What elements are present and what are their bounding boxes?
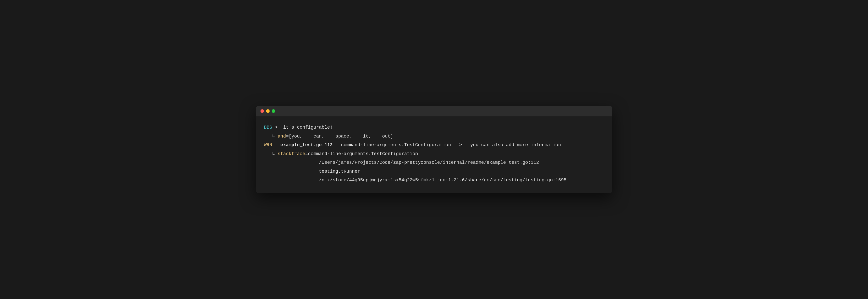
dbg-prefix: DBG bbox=[264, 123, 272, 131]
stacktrace-path2-value: /nix/store/44g95npjwgjyrxm1sx54g22w5sfmk… bbox=[319, 176, 566, 184]
stacktrace-key: stacktrace bbox=[278, 150, 305, 158]
dot-red[interactable] bbox=[260, 109, 264, 113]
and-indent: ↳ bbox=[264, 132, 278, 140]
dot-green[interactable] bbox=[272, 109, 275, 113]
and-key: and bbox=[278, 132, 286, 140]
stacktrace-label-line: ↳ stacktrace =command-line-arguments.Tes… bbox=[264, 150, 604, 158]
dbg-separator: > bbox=[272, 123, 283, 131]
and-bracket-close: ] bbox=[390, 132, 393, 140]
stacktrace-value: =command-line-arguments.TestConfiguratio… bbox=[305, 150, 418, 158]
wrn-prefix: WRN bbox=[264, 141, 272, 149]
stacktrace-runner-value: testing.tRunner bbox=[319, 168, 360, 176]
stacktrace-runner-indent bbox=[264, 168, 319, 176]
wrn-message: you can also add more information bbox=[470, 141, 561, 149]
dot-yellow[interactable] bbox=[266, 109, 270, 113]
stacktrace-indent: ↳ bbox=[264, 150, 278, 158]
titlebar bbox=[256, 106, 612, 116]
terminal-window: DBG > it's configurable! ↳ and =[ you, c… bbox=[256, 106, 612, 193]
and-values: you, can, space, it, out bbox=[291, 132, 391, 140]
stacktrace-path1-line: /Users/james/Projects/Code/zap-prettycon… bbox=[264, 159, 604, 167]
stacktrace-path2-indent bbox=[264, 176, 319, 184]
and-line: ↳ and =[ you, can, space, it, out ] bbox=[264, 132, 604, 140]
stacktrace-path1-value: /Users/james/Projects/Code/zap-prettycon… bbox=[319, 159, 539, 167]
wrn-separator: > bbox=[451, 141, 470, 149]
terminal-body: DBG > it's configurable! ↳ and =[ you, c… bbox=[256, 116, 612, 193]
and-bracket-open: =[ bbox=[286, 132, 291, 140]
stacktrace-path1-indent bbox=[264, 159, 319, 167]
dbg-line: DBG > it's configurable! bbox=[264, 123, 604, 131]
wrn-file: example_test.go:112 bbox=[280, 141, 333, 149]
stacktrace-path2-line: /nix/store/44g95npjwgjyrxm1sx54g22w5sfmk… bbox=[264, 176, 604, 184]
wrn-spacer2 bbox=[333, 141, 341, 149]
wrn-line: WRN example_test.go:112 command-line-arg… bbox=[264, 141, 604, 149]
wrn-spacer1 bbox=[272, 141, 280, 149]
dbg-message: it's configurable! bbox=[283, 123, 333, 131]
stacktrace-runner-line: testing.tRunner bbox=[264, 168, 604, 176]
wrn-caller: command-line-arguments.TestConfiguration bbox=[341, 141, 451, 149]
